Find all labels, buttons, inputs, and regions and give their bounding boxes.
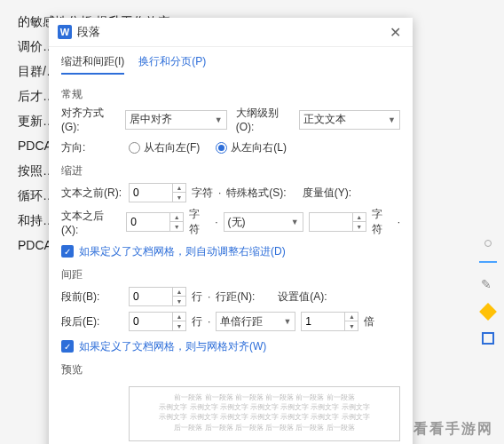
direction-ltr-radio[interactable]: 从左向右(L): [216, 140, 287, 155]
auto-indent-checkbox[interactable]: ✓ 如果定义了文档网格，则自动调整右缩进(D): [61, 244, 286, 259]
line-spacing-label: 行距(N):: [216, 289, 255, 305]
auto-indent-label: 如果定义了文档网格，则自动调整右缩进(D): [79, 244, 286, 259]
spin-up-icon[interactable]: ▲: [173, 184, 185, 193]
after-text-input[interactable]: [127, 213, 169, 231]
alignment-value: 居中对齐: [130, 112, 172, 127]
measure-unit: 字符: [372, 207, 392, 237]
checkbox-icon: ✓: [61, 245, 74, 258]
unit-line: 行: [192, 314, 202, 329]
spin-up-icon[interactable]: ▲: [173, 288, 185, 297]
spin-down-icon[interactable]: ▼: [173, 193, 185, 202]
general-section-label: 常规: [61, 87, 400, 102]
special-label: 特殊格式(S):: [226, 186, 286, 201]
direction-rtl-radio[interactable]: 从右向左(F): [129, 140, 200, 155]
spin-down-icon[interactable]: ▼: [170, 222, 183, 231]
radio-icon: [216, 142, 227, 154]
spin-down-icon[interactable]: ▼: [353, 222, 366, 231]
tool-diamond-icon[interactable]: [479, 303, 497, 321]
unit-char: 字符: [192, 186, 213, 201]
after-text-spinner[interactable]: ▲▼: [126, 212, 184, 232]
right-toolbar: ✎: [479, 240, 497, 345]
line-spacing-value: 单倍行距: [220, 314, 263, 329]
set-at-spinner[interactable]: ▲▼: [301, 312, 358, 331]
after-text-label: 文本之后(X):: [61, 209, 121, 236]
after-para-spinner[interactable]: ▲▼: [129, 312, 186, 331]
set-at-input[interactable]: [302, 313, 344, 330]
direction-label: 方向:: [61, 140, 123, 155]
set-at-label: 设置值(A):: [278, 289, 327, 305]
before-para-label: 段前(B):: [61, 289, 123, 305]
dropdown-icon: ▼: [388, 115, 396, 124]
outline-value: 正文文本: [303, 112, 346, 127]
snap-grid-label: 如果定义了文档网格，则与网格对齐(W): [79, 339, 266, 354]
spin-up-icon[interactable]: ▲: [345, 313, 358, 321]
preview-section-label: 预览: [61, 362, 400, 377]
preview-box: 前一段落 前一段落 前一段落 前一段落 前一段落 前一段落 示例文字 示例文字 …: [129, 386, 400, 441]
after-para-input[interactable]: [130, 313, 172, 330]
spin-up-icon[interactable]: ▲: [353, 213, 366, 222]
spin-up-icon[interactable]: ▲: [173, 313, 185, 321]
tab-indent-spacing[interactable]: 缩进和间距(I): [61, 54, 124, 75]
watermark: 看看手游网: [413, 420, 493, 439]
alignment-combo[interactable]: 居中对齐 ▼: [125, 110, 226, 130]
snap-grid-checkbox[interactable]: ✓ 如果定义了文档网格，则与网格对齐(W): [61, 339, 266, 354]
unit-char: 字符: [189, 207, 209, 237]
special-combo[interactable]: (无) ▼: [224, 212, 303, 232]
indent-section-label: 缩进: [61, 163, 400, 178]
after-para-label: 段后(E):: [61, 314, 123, 329]
before-para-spinner[interactable]: ▲▼: [129, 287, 186, 306]
spin-down-icon[interactable]: ▼: [345, 321, 358, 330]
tab-line-page-breaks[interactable]: 换行和分页(P): [138, 54, 206, 75]
spin-up-icon[interactable]: ▲: [170, 213, 183, 222]
tool-dot-icon[interactable]: [484, 240, 492, 247]
close-button[interactable]: ✕: [386, 23, 404, 41]
tool-underline-icon[interactable]: [479, 261, 497, 263]
line-spacing-combo[interactable]: 单倍行距 ▼: [216, 312, 295, 331]
radio-icon: [129, 142, 140, 154]
direction-rtl-label: 从右向左(F): [144, 140, 200, 155]
before-text-input[interactable]: [130, 184, 172, 202]
unit-line: 行: [192, 289, 202, 305]
before-text-spinner[interactable]: ▲▼: [129, 183, 186, 202]
measure-spinner[interactable]: ▲▼: [309, 212, 366, 232]
paragraph-dialog: W 段落 ✕ 缩进和间距(I) 换行和分页(P) 常规 对齐方式(G): 居中对…: [49, 18, 413, 444]
before-para-input[interactable]: [130, 288, 172, 305]
measure-input[interactable]: [310, 213, 352, 231]
set-at-unit: 倍: [364, 314, 374, 329]
dropdown-icon: ▼: [215, 115, 223, 124]
dialog-title: 段落: [77, 24, 386, 40]
spin-down-icon[interactable]: ▼: [173, 321, 185, 330]
spin-down-icon[interactable]: ▼: [173, 297, 185, 305]
special-value: (无): [228, 215, 246, 230]
outline-combo[interactable]: 正文文本 ▼: [299, 110, 400, 130]
checkbox-icon: ✓: [61, 340, 74, 353]
title-bar: W 段落 ✕: [49, 18, 413, 47]
measure-label: 度量值(Y):: [303, 186, 351, 201]
alignment-label: 对齐方式(G):: [61, 106, 120, 133]
tool-square-icon[interactable]: [482, 332, 494, 345]
dropdown-icon: ▼: [291, 218, 299, 226]
before-text-label: 文本之前(R):: [61, 186, 123, 201]
spacing-section-label: 间距: [61, 267, 400, 282]
tool-pencil-icon[interactable]: ✎: [481, 277, 495, 291]
app-icon: W: [58, 25, 72, 39]
direction-ltr-label: 从左向右(L): [231, 140, 287, 155]
outline-label: 大纲级别(O):: [236, 106, 294, 133]
dropdown-icon: ▼: [283, 317, 291, 326]
tab-bar: 缩进和间距(I) 换行和分页(P): [49, 47, 413, 78]
